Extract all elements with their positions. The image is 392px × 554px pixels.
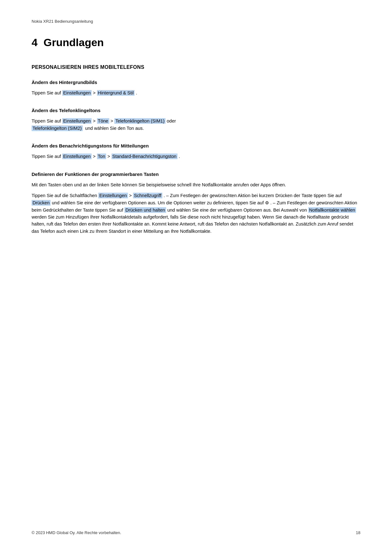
paragraph-hintergrundbild: Tippen Sie auf Einstellungen > Hintergru… [32,89,360,96]
highlight-einstellungen-3: Einstellungen [62,154,92,159]
highlight-klingelton-sim2: Telefonklingelton (SIM2) [32,125,83,131]
chapter-name: Grundlagen [44,36,104,48]
highlight-einstellungen-2: Einstellungen [62,118,92,124]
highlight-schnellzugriff: Schnellzugriff [133,193,162,198]
doc-header: Nokia XR21 Bedienungsanleitung [32,19,360,24]
section-block-personalisieren: PERSONALISIEREN IHRES MOBILTELEFONS Ände… [32,64,360,235]
paragraph-programmierbare-detail: Tippen Sie auf die Schaltflächen Einstel… [32,192,360,235]
footer: © 2023 HMD Global Oy. Alle Rechte vorbeh… [32,530,360,535]
paragraph-programmierbare-intro: Mit den Tasten oben und an der linken Se… [32,181,360,188]
gear-icon: ⚙ [265,200,269,207]
highlight-toene: Töne [97,118,109,124]
footer-copyright: © 2023 HMD Global Oy. Alle Rechte vorbeh… [32,530,121,535]
paragraph-benachrichtigungston: Tippen Sie auf Einstellungen > Ton > Sta… [32,153,360,160]
subsection-klingelton: Ändern des Telefonklingeltons Tippen Sie… [32,108,360,132]
highlight-einstellungen-4: Einstellungen [98,193,128,198]
subsection-hintergrundbild: Ändern des Hintergrundbilds Tippen Sie a… [32,80,360,96]
highlight-hintergrund: Hintergrund & Stil [97,90,135,96]
subsection-programmierbare-tasten: Definieren der Funktionen der programmie… [32,172,360,235]
paragraph-klingelton: Tippen Sie auf Einstellungen > Töne > Te… [32,117,360,132]
highlight-standard-benachrichtigungston: Standard-Benachrichtigungston [112,154,178,159]
chapter-title: 4 Grundlagen [32,36,360,52]
subsection-title-benachrichtigungston: Ändern des Benachrichtigungstons für Mit… [32,143,360,148]
highlight-einstellungen-1: Einstellungen [62,90,92,96]
doc-title: Nokia XR21 Bedienungsanleitung [32,19,93,24]
chapter-number: 4 [32,36,38,48]
footer-page-number: 18 [356,530,360,535]
highlight-notfallkontakte-waehlen: Notfallkontakte wählen [308,207,356,213]
subsection-title-klingelton: Ändern des Telefonklingeltons [32,108,360,113]
page: Nokia XR21 Bedienungsanleitung 4 Grundla… [0,0,392,554]
highlight-druecken-halten: Drücken und halten [124,207,166,213]
subsection-benachrichtigungston: Ändern des Benachrichtigungstons für Mit… [32,143,360,160]
highlight-druecken: Drücken [32,200,51,206]
subsection-title-programmierbare-tasten: Definieren der Funktionen der programmie… [32,172,360,177]
subsection-title-hintergrundbild: Ändern des Hintergrundbilds [32,80,360,85]
section-title-personalisieren: PERSONALISIEREN IHRES MOBILTELEFONS [32,64,360,70]
highlight-klingelton-sim1: Telefonklingelton (SIM1) [114,118,166,124]
highlight-ton: Ton [97,154,106,159]
